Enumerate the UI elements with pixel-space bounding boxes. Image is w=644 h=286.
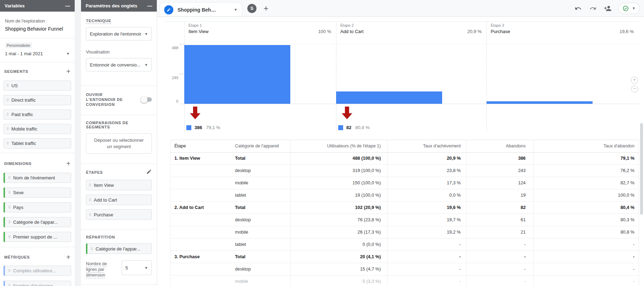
segment-dropzone[interactable]: Déposer ou sélectionner un segment (86, 133, 152, 154)
dimension-chip-device-category[interactable]: ⠿Catégorie de l'appar... (4, 217, 71, 227)
dimension-accent (4, 202, 5, 212)
segment-chip-paid-traffic[interactable]: ⠿Paid traffic (4, 109, 71, 120)
drag-handle-icon: ⠿ (6, 141, 8, 145)
add-tab-button[interactable]: + (264, 4, 268, 13)
table-row: mobile 150 (100,0 %) 17,3 % 124 82,7 % (170, 177, 639, 189)
cell-device: Total (235, 201, 288, 214)
abandonment-count: 82 (346, 125, 351, 130)
cell-device: Total (235, 152, 288, 164)
open-funnel-toggle[interactable] (141, 97, 152, 102)
cell-completion: 17,3 % (389, 177, 461, 189)
cell-device: mobile (235, 275, 288, 286)
zoom-in-button[interactable]: + (631, 77, 638, 84)
canvas-toolbar: Shopping Beh… ▼ S + ▼ (157, 0, 644, 17)
drag-handle-icon: ⠿ (8, 176, 10, 180)
step-name: Item View (188, 29, 209, 34)
exploration-name-label: Nom de l'exploration : (5, 19, 70, 24)
metric-chip-event-count[interactable]: ⠿Nombre d'événeme... (4, 281, 71, 286)
zoom-out-button[interactable]: − (631, 85, 638, 93)
tab-settings-panel-title: Paramètres des onglets (86, 3, 137, 8)
visualisation-label: Visualisation (86, 50, 152, 55)
dimension-chip-country[interactable]: ⠿Pays (4, 202, 71, 212)
step-name: Purchase (491, 29, 510, 34)
cell-completion: 20,9 % (389, 152, 461, 164)
tab-name: Shopping Beh… (178, 7, 216, 13)
cell-users: 150 (100,0 %) (286, 177, 381, 189)
funnel-bar-item-view[interactable] (184, 45, 290, 104)
variables-panel: Variables — Nom de l'exploration : Shopp… (0, 0, 75, 286)
redo-button[interactable] (589, 4, 597, 13)
drag-handle-icon: ⠿ (89, 183, 91, 187)
steps-label: ÉTAPES (86, 170, 103, 174)
metric-accent (4, 281, 5, 286)
step-name: Add to Cart (340, 29, 364, 34)
y-axis-tick (179, 74, 184, 74)
technique-section: TECHNIQUE Exploration de l'entonnoir ▼ V… (81, 12, 157, 86)
dimension-chip-first-medium[interactable]: ⠿Premier support de ... (4, 232, 71, 242)
breakdown-chip-device-category[interactable]: ⠿Catégorie de l'appar... (86, 243, 152, 254)
cell-abandons: 61 (468, 214, 526, 226)
segment-chip-us[interactable]: ⠿US (4, 81, 71, 91)
drag-handle-icon: ⠿ (6, 113, 8, 116)
step-number-label: Étape 1 (188, 23, 336, 27)
tab-shopping-behavior[interactable]: Shopping Beh… ▼ (160, 3, 242, 17)
minimize-icon[interactable]: — (147, 4, 152, 8)
visualisation-select[interactable]: Entonnoir de conversio... ▼ (86, 58, 152, 71)
chevron-down-icon: ▼ (144, 32, 148, 36)
undo-button[interactable] (574, 4, 582, 13)
abandonment-rate: 80,4 % (355, 125, 369, 130)
segment-chip-mobile-traffic[interactable]: ⠿Mobile traffic (4, 124, 71, 134)
funnel-bar-purchase[interactable] (487, 101, 593, 104)
edit-steps-button[interactable] (146, 169, 152, 176)
add-segment-button[interactable]: + (66, 68, 70, 75)
table-row: desktop 319 (100,0 %) 23,8 % 243 76,2 % (170, 164, 639, 177)
undo-icon (575, 5, 582, 12)
add-metric-button[interactable]: + (66, 254, 70, 261)
dimensions-label: DIMENSIONS (4, 161, 32, 166)
step-chip-item-view[interactable]: ⠿Item View (86, 180, 152, 190)
status-badge-button[interactable]: ▼ (618, 3, 640, 14)
share-access-button[interactable] (603, 4, 612, 13)
cell-device: desktop (235, 263, 288, 275)
funnel-step-header-1: Étape 1 Item View100 % (184, 22, 336, 39)
cell-abandons: - (468, 250, 526, 263)
cell-users: 19 (100,0 %) (286, 189, 381, 201)
y-axis-label: 249 (161, 76, 178, 80)
cell-completion: - (389, 238, 461, 250)
column-header-abandons: Abandons (468, 140, 526, 152)
funnel-bar-add-to-cart[interactable] (336, 91, 442, 104)
add-dimension-button[interactable]: + (66, 160, 70, 167)
metrics-section: MÉTRIQUES + ⠿Comptes utilisateur... ⠿Nom… (0, 247, 75, 286)
cell-abandons: 386 (468, 152, 526, 164)
step-chip-add-to-cart[interactable]: ⠿Add to Cart (86, 195, 152, 205)
dimension-chip-event-name[interactable]: ⠿Nom de l'événement (4, 173, 71, 183)
cell-users: 20 (4,1 %) (286, 250, 381, 263)
vertical-scrollbar-thumb[interactable] (640, 123, 643, 215)
segment-chip-tablet-traffic[interactable]: ⠿Tablet traffic (4, 138, 71, 148)
drag-handle-icon: ⠿ (8, 205, 10, 209)
chevron-down-icon[interactable]: ▼ (234, 8, 237, 12)
abandonment-count: 386 (194, 125, 202, 130)
segments-label: SEGMENTS (4, 69, 28, 74)
table-row: desktop 15 (4,7 %) - - - (170, 263, 639, 275)
cell-users: 76 (23,8 %) (286, 214, 381, 226)
metric-chip-user-counts[interactable]: ⠿Comptes utilisateur... (4, 266, 71, 276)
x-axis-baseline (179, 104, 639, 104)
table-row: 1. Item View Total 488 (100,0 %) 20,9 % … (170, 152, 639, 165)
dimension-chip-gender[interactable]: ⠿Sexe (4, 188, 71, 198)
cell-abandon-rate: 80,4 % (533, 201, 634, 214)
segment-chip-direct-traffic[interactable]: ⠿Direct traffic (4, 95, 71, 105)
date-type-badge: Personnalisée (5, 43, 32, 48)
open-funnel-label: OUVRIR L'ENTONNOIR DE CONVERSION (86, 92, 132, 107)
cell-completion: 19,7 % (389, 214, 461, 226)
step-number-label: Étape 3 (491, 23, 639, 27)
breakdown-label: RÉPARTITION (86, 235, 152, 239)
rows-per-dimension-select[interactable]: 5 ▼ (122, 260, 152, 275)
date-range-selector[interactable]: 1 mai - 1 mai 2021 ▼ (5, 51, 70, 56)
step-chip-purchase[interactable]: ⠿Purchase (86, 209, 152, 220)
technique-select[interactable]: Exploration de l'entonnoir ▼ (86, 27, 152, 40)
exploration-name-value[interactable]: Shopping Behavior Funnel (5, 26, 70, 32)
tab-avatar-s[interactable]: S (247, 4, 256, 13)
dimension-accent (86, 243, 87, 254)
minimize-icon[interactable]: — (65, 4, 70, 8)
